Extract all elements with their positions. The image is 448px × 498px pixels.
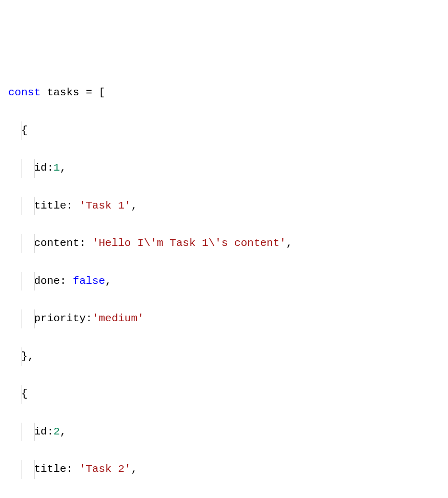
line-prop-title-2: title: 'Task 2', [8,460,440,479]
prop-key: title [34,200,66,212]
indent-guide [22,309,22,328]
equals: = [86,87,92,98]
line-object-open-2: { [8,385,440,404]
indent-guide [22,272,22,291]
keyword-const: const [8,87,40,98]
indent-guide [34,423,35,442]
string-literal: 'Task 1' [79,200,131,212]
string-literal: 'Hello I\'m Task 1\'s content' [92,237,286,249]
number-literal: 2 [53,426,60,438]
close-brace: } [21,350,28,362]
indent-guide [34,460,35,479]
indent-guide [34,234,35,253]
line-prop-title-1: title: 'Task 1', [8,197,440,216]
string-literal: 'medium' [92,313,144,324]
open-brace: { [21,125,28,136]
line-prop-content-1: content: 'Hello I\'m Task 1\'s content', [8,234,440,253]
open-brace: { [21,388,28,400]
indent-guide [22,347,22,366]
number-literal: 1 [53,162,60,174]
indent-guide [22,423,22,442]
indent-guide [34,159,35,178]
variable-name: tasks [47,87,79,98]
string-literal: 'Task 2' [79,463,131,475]
indent-guide [22,121,22,140]
indent-guide [22,385,22,404]
prop-key: title [34,463,66,475]
open-bracket: [ [98,87,105,98]
indent-guide [22,460,22,479]
line-object-close-1: }, [8,347,440,366]
indent-guide [22,197,22,216]
line-declaration: const tasks = [ [8,84,440,102]
prop-key: content [34,237,79,249]
prop-key: id [34,426,47,438]
indent-guide [22,234,22,253]
line-prop-id-1: id:1, [8,159,440,178]
line-prop-id-2: id:2, [8,423,440,442]
indent-guide [34,272,35,291]
indent-guide [34,309,35,328]
indent-guide [22,159,22,178]
prop-key: id [34,162,47,174]
code-block: const tasks = [ { id:1, title: 'Task 1',… [8,84,440,498]
prop-key: priority [34,313,86,324]
indent-guide [34,197,35,216]
prop-key: done [34,275,59,287]
boolean-literal: false [73,275,105,287]
line-object-open-1: { [8,121,440,140]
line-prop-done-1: done: false, [8,272,440,291]
line-prop-priority-1: priority:'medium' [8,309,440,328]
